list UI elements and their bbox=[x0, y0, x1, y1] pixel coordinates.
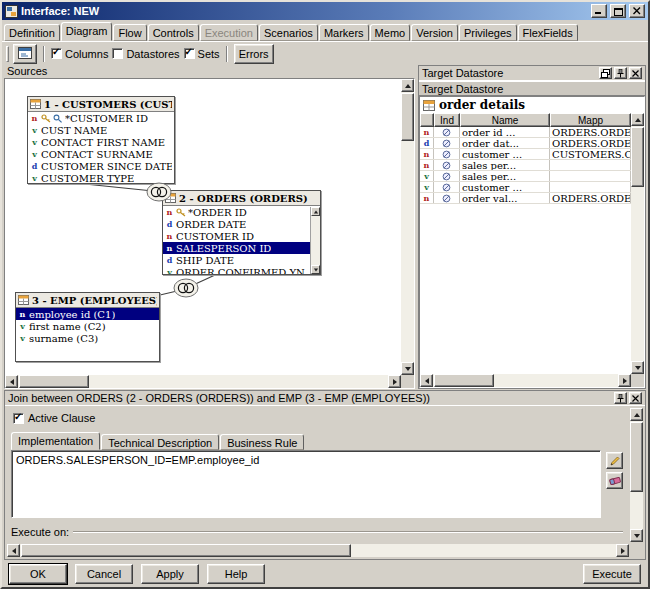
scroll-thumb[interactable] bbox=[434, 374, 494, 387]
header-ind[interactable]: Ind bbox=[434, 113, 460, 127]
sets-checkbox[interactable] bbox=[184, 48, 195, 59]
target-vertical-scrollbar[interactable] bbox=[631, 113, 644, 374]
close-button[interactable] bbox=[629, 4, 645, 18]
close-panel-button[interactable] bbox=[629, 67, 642, 79]
scroll-down-button[interactable] bbox=[630, 529, 643, 542]
column-row[interactable]: vCONTACT FIRST NAME bbox=[28, 136, 174, 148]
scroll-down-button[interactable] bbox=[401, 362, 414, 375]
scroll-left-button[interactable] bbox=[420, 374, 433, 387]
tab-scenarios[interactable]: Scenarios bbox=[259, 24, 318, 41]
pin-button[interactable] bbox=[614, 392, 627, 404]
join-orders-emp-icon[interactable] bbox=[173, 278, 199, 300]
column-row[interactable]: dSHIP DATE bbox=[163, 254, 310, 266]
cancel-button[interactable]: Cancel bbox=[75, 564, 133, 584]
datastores-toggle[interactable]: Datastores bbox=[112, 48, 179, 60]
minimize-button[interactable] bbox=[591, 4, 607, 18]
column-row-selected[interactable]: nSALESPERSON ID bbox=[163, 242, 310, 254]
float-button[interactable] bbox=[599, 67, 612, 79]
datastore-emp-header[interactable]: 3 - EMP (EMPLOYEES) bbox=[16, 293, 159, 308]
target-column-row[interactable]: n customer ... CUSTOMERS.CUSTO bbox=[420, 149, 631, 160]
datastore-emp[interactable]: 3 - EMP (EMPLOYEES) nemployee id (C1) vf… bbox=[15, 292, 160, 362]
target-column-row[interactable]: n order id ... ORDERS.ORDER ID bbox=[420, 127, 631, 138]
tab-privileges[interactable]: Privileges bbox=[459, 24, 517, 41]
datastores-checkbox[interactable] bbox=[112, 48, 123, 59]
scroll-thumb[interactable] bbox=[630, 422, 643, 492]
column-row[interactable]: vCONTACT SURNAME bbox=[28, 148, 174, 160]
scroll-down-button[interactable] bbox=[311, 265, 320, 274]
help-button[interactable]: Help bbox=[207, 564, 265, 584]
tab-flexfields[interactable]: FlexFields bbox=[518, 24, 578, 41]
scroll-up-button[interactable] bbox=[311, 207, 320, 216]
apply-button[interactable]: Apply bbox=[141, 564, 199, 584]
scroll-thumb[interactable] bbox=[21, 544, 351, 557]
tab-technical-description[interactable]: Technical Description bbox=[101, 434, 219, 450]
header-name[interactable]: Name bbox=[460, 113, 550, 127]
tab-markers[interactable]: Markers bbox=[319, 24, 369, 41]
target-column-row[interactable]: v sales per... bbox=[420, 171, 631, 182]
target-panel-titlebar[interactable]: Target Datastore bbox=[419, 66, 645, 81]
scroll-up-button[interactable] bbox=[401, 79, 414, 92]
tab-controls[interactable]: Controls bbox=[148, 24, 199, 41]
datastore-customers-header[interactable]: 1 - CUSTOMERS (CUSTOM... bbox=[28, 97, 174, 112]
sets-toggle[interactable]: Sets bbox=[184, 48, 220, 60]
column-row[interactable]: dCUSTOMER SINCE DATE bbox=[28, 160, 174, 172]
column-row[interactable]: vORDER CONFIRMED YN bbox=[163, 266, 310, 275]
errors-button[interactable]: Errors bbox=[234, 44, 274, 64]
erase-expression-button[interactable] bbox=[606, 472, 623, 489]
title-bar[interactable]: Interface: NEW bbox=[2, 2, 648, 20]
scroll-right-button[interactable] bbox=[388, 375, 401, 388]
join-horizontal-scrollbar[interactable] bbox=[7, 544, 629, 557]
scroll-up-button[interactable] bbox=[631, 113, 644, 126]
scroll-right-button[interactable] bbox=[618, 374, 631, 387]
execute-button[interactable]: Execute bbox=[583, 564, 641, 584]
tab-definition[interactable]: Definition bbox=[4, 24, 60, 41]
diagram-vertical-scrollbar[interactable] bbox=[401, 79, 414, 375]
tab-memo[interactable]: Memo bbox=[370, 24, 411, 41]
maximize-button[interactable] bbox=[610, 4, 626, 18]
edit-expression-button[interactable] bbox=[606, 452, 623, 469]
tab-flow[interactable]: Flow bbox=[113, 24, 146, 41]
column-row[interactable]: n *ORDER ID bbox=[163, 206, 310, 218]
header-icon-cell[interactable] bbox=[420, 113, 434, 127]
column-row[interactable]: vCUST NAME bbox=[28, 124, 174, 136]
target-column-row[interactable]: n sales per... bbox=[420, 160, 631, 171]
scroll-left-button[interactable] bbox=[7, 544, 20, 557]
scroll-down-button[interactable] bbox=[631, 361, 644, 374]
target-horizontal-scrollbar[interactable] bbox=[420, 374, 631, 387]
target-column-row[interactable]: v customer ... bbox=[420, 182, 631, 193]
column-row-selected[interactable]: nemployee id (C1) bbox=[16, 308, 159, 320]
tab-business-rule[interactable]: Business Rule bbox=[220, 434, 304, 450]
column-row[interactable]: nCUSTOMER ID bbox=[163, 230, 310, 242]
target-column-row[interactable]: d order dat... ORDERS.ORDER DA bbox=[420, 138, 631, 149]
columns-checkbox[interactable] bbox=[51, 48, 62, 59]
target-columns-table[interactable]: Ind Name Mapp n order id ... ORDERS.ORDE… bbox=[420, 113, 631, 374]
scroll-thumb[interactable] bbox=[19, 375, 89, 388]
column-row[interactable]: n *CUSTOMER ID bbox=[28, 112, 174, 124]
column-row[interactable]: vsurname (C3) bbox=[16, 332, 159, 344]
columns-toggle[interactable]: Columns bbox=[51, 48, 108, 60]
target-datastore-name-row[interactable]: order details bbox=[420, 97, 644, 113]
column-row[interactable]: vfirst name (C2) bbox=[16, 320, 159, 332]
sources-diagram[interactable]: 1 - CUSTOMERS (CUSTOM... n *CUSTOMER ID … bbox=[4, 78, 415, 389]
scroll-up-button[interactable] bbox=[630, 408, 643, 421]
scroll-thumb[interactable] bbox=[631, 127, 644, 187]
join-panel-titlebar[interactable]: Join between ORDERS (2 - ORDERS (ORDERS)… bbox=[5, 391, 645, 406]
close-panel-button[interactable] bbox=[629, 392, 642, 404]
column-row[interactable]: dORDER DATE bbox=[163, 218, 310, 230]
tab-implementation[interactable]: Implementation bbox=[11, 432, 100, 450]
scroll-right-button[interactable] bbox=[616, 544, 629, 557]
diagram-view-button[interactable] bbox=[13, 44, 37, 64]
scroll-thumb[interactable] bbox=[401, 93, 414, 141]
ok-button[interactable]: OK bbox=[9, 564, 67, 584]
pin-button[interactable] bbox=[614, 67, 627, 79]
tab-version[interactable]: Version bbox=[411, 24, 458, 41]
tab-diagram[interactable]: Diagram bbox=[61, 22, 113, 41]
target-column-row[interactable]: n order val... ORDERS.ORDER VA bbox=[420, 193, 631, 204]
datastore-orders[interactable]: 2 - ORDERS (ORDERS) n *ORDER ID dORDER D… bbox=[162, 190, 321, 275]
diagram-horizontal-scrollbar[interactable] bbox=[5, 375, 401, 388]
join-expression-field[interactable]: ORDERS.SALESPERSON_ID=EMP.employee_id bbox=[11, 450, 601, 518]
datastore-customers[interactable]: 1 - CUSTOMERS (CUSTOM... n *CUSTOMER ID … bbox=[27, 96, 175, 184]
header-mapping[interactable]: Mapp bbox=[550, 113, 631, 127]
scroll-left-button[interactable] bbox=[5, 375, 18, 388]
active-clause-checkbox[interactable] bbox=[13, 413, 24, 424]
